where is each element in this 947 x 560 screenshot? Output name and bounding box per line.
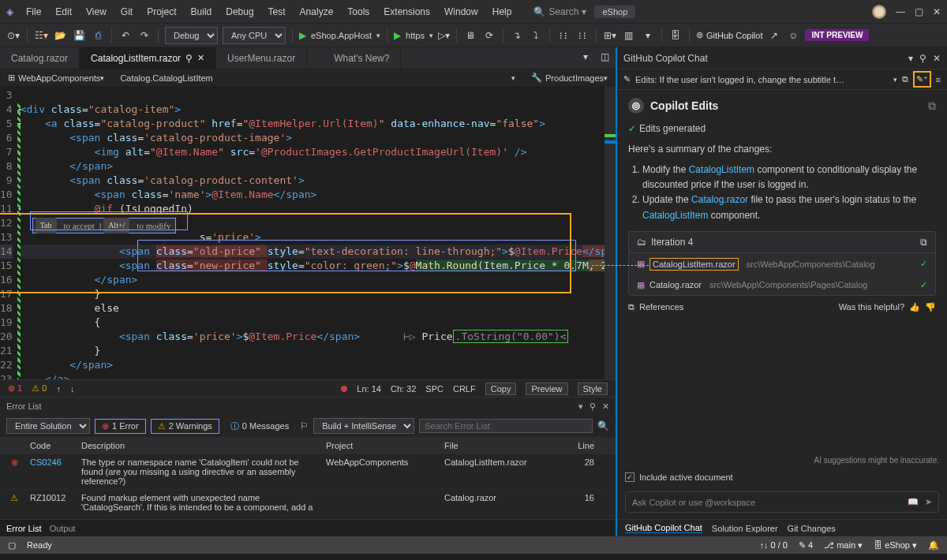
bottom-tab-output[interactable]: Output [50,524,76,533]
filter-icon[interactable]: ⚐ [300,420,309,431]
minimize-button[interactable]: ― [896,6,905,17]
thumbs-down-icon[interactable]: 👎 [925,302,936,312]
checkbox-icon[interactable]: ✓ [625,472,634,482]
save-all-icon[interactable]: ⎙ [91,28,105,43]
include-active-doc[interactable]: ✓ Include active document [617,468,947,487]
maximize-button[interactable]: ▢ [915,6,923,17]
new-item-icon[interactable]: ☷▾ [34,28,48,43]
menu-build[interactable]: Build [185,3,219,21]
class-scope[interactable]: Catalog.CatalogListItem [104,73,511,83]
step-over-icon[interactable]: ⤵ [529,28,543,43]
tab-solution-explorer[interactable]: Solution Explorer [712,524,778,533]
col-file[interactable]: File [444,441,555,450]
windows-icon[interactable]: ⊞▾ [603,28,617,43]
open-icon[interactable]: 📂 [53,28,67,43]
menu-help[interactable]: Help [486,3,518,21]
iteration-file-2[interactable]: ▦ Catalog.razor src\WebApp\Components\Pa… [629,275,935,295]
copy-iteration-icon[interactable]: ⧉ [920,237,927,248]
share-icon[interactable]: ↗ [767,28,781,43]
warnings-filter[interactable]: ⚠ 2 Warnings [151,419,219,434]
close-icon[interactable]: ✕ [602,401,609,412]
new-edits-icon[interactable]: ✎⁺ [913,71,931,88]
copy-response-icon[interactable]: ⧉ [928,99,936,113]
repo-indicator[interactable]: 🗄 eShop ▾ [874,540,917,551]
nav-up-icon[interactable]: ↑ [56,384,61,394]
step-icon[interactable]: ↴ [510,28,524,43]
output-icon[interactable]: ▢ [8,540,16,551]
book-icon[interactable]: 📖 [908,497,919,507]
pending-changes[interactable]: ✎ 4 [799,540,813,551]
messages-filter[interactable]: ⓘ 0 Messages [224,419,295,434]
search-icon[interactable]: 🔍 [597,420,609,431]
options-icon[interactable]: ▾ [908,53,913,64]
menu-git[interactable]: Git [114,3,139,21]
run-target[interactable]: eShop.AppHost [311,31,372,40]
indent-mode[interactable]: SPC [425,384,444,394]
pin-icon[interactable]: ⚲ [919,53,926,64]
menu-tools[interactable]: Tools [341,3,376,21]
undo-icon[interactable]: ↶ [118,28,133,43]
col-code[interactable]: Code [30,441,73,450]
more-icon[interactable]: ▾ [641,28,655,43]
start-no-debug-icon[interactable]: ▷▾ [438,30,450,41]
platform-select[interactable]: Any CPU [223,27,286,44]
errors-filter[interactable]: ⊗ 1 Error [95,419,146,434]
pin-icon[interactable]: ⚲ [185,53,193,64]
feedback-icon[interactable]: ☺ [786,28,800,43]
menu-analyze[interactable]: Analyze [294,3,340,21]
menu-project[interactable]: Project [140,3,182,21]
menu-extensions[interactable]: Extensions [377,3,436,21]
redo-icon[interactable]: ↷ [137,28,152,43]
pin-icon[interactable]: ⚲ [590,401,596,412]
thumbs-up-icon[interactable]: 👍 [909,302,920,312]
tab-git-changes[interactable]: Git Changes [788,524,836,533]
user-avatar[interactable] [872,5,886,19]
error-count-icon[interactable]: ⊗ 1 [8,383,22,394]
preview-button[interactable]: Preview [526,383,567,395]
github-copilot-toolbar[interactable]: ⊚ GitHub Copilot [696,30,763,40]
col-desc[interactable]: Description [81,441,318,450]
close-icon[interactable]: ✕ [933,53,941,64]
error-row[interactable]: ⚠ RZ10012 Found markup element with unex… [0,490,616,516]
close-tab-icon[interactable]: ✕ [197,53,204,63]
branch-indicator[interactable]: ⎇ main ▾ [824,540,863,551]
close-button[interactable]: ✕ [933,6,941,17]
menu-window[interactable]: Window [438,3,485,21]
outdent-icon[interactable]: ⫶⫶ [575,28,590,43]
menu-debug[interactable]: Debug [219,3,260,21]
references-label[interactable]: References [639,302,683,312]
inline-hint[interactable]: Tabto accept|Alt+/to modify [32,218,177,233]
split-icon[interactable]: ◫ [594,47,616,69]
style-button[interactable]: Style [578,383,608,395]
col-line[interactable]: Line [563,441,594,450]
error-row[interactable]: ⊗ CS0246 The type or namespace name 'Cat… [0,454,616,490]
eol-mode[interactable]: CRLF [453,384,476,394]
build-filter-select[interactable]: Build + IntelliSense [313,418,414,434]
references-icon[interactable]: ⧉ [628,302,634,312]
start-debug-icon[interactable]: ▶ [299,30,306,41]
back-nav-icon[interactable]: ⊙▾ [6,28,21,43]
send-icon[interactable]: ➤ [925,497,932,507]
tab-catalog[interactable]: Catalog.razor [0,47,80,69]
start-without-debug-icon[interactable]: ▶ [394,30,401,41]
warning-count-icon[interactable]: ⚠ 0 [32,383,47,394]
tab-overflow-icon[interactable]: ▾ [577,47,594,69]
menu-view[interactable]: View [80,3,113,21]
menu-edit[interactable]: Edit [49,3,78,21]
tab-usermenu[interactable]: UserMenu.razor [216,47,307,69]
iteration-file-1[interactable]: ▦ CatalogListItem.razor src\WebAppCompon… [629,253,935,275]
copy-icon[interactable]: ⧉ [902,74,908,84]
menu-file[interactable]: File [20,3,47,21]
notifications-icon[interactable]: 🔔 [928,540,939,551]
copilot-chat-input[interactable]: Ask Copilot or use @workspace 📖 ➤ [625,491,939,513]
menu-test[interactable]: Test [262,3,292,21]
configuration-select[interactable]: Debug [165,27,218,44]
layout-icon[interactable]: ▥ [622,28,636,43]
nav-down-icon[interactable]: ↓ [70,384,75,394]
list-icon[interactable]: ≡ [936,75,941,84]
https-label[interactable]: https [406,31,425,40]
environment-icon[interactable]: 🖥 [463,28,477,43]
editor-scrollbar[interactable] [605,87,616,379]
refresh-icon[interactable]: ⟳ [482,28,496,43]
copy-button[interactable]: Copy [485,383,517,395]
